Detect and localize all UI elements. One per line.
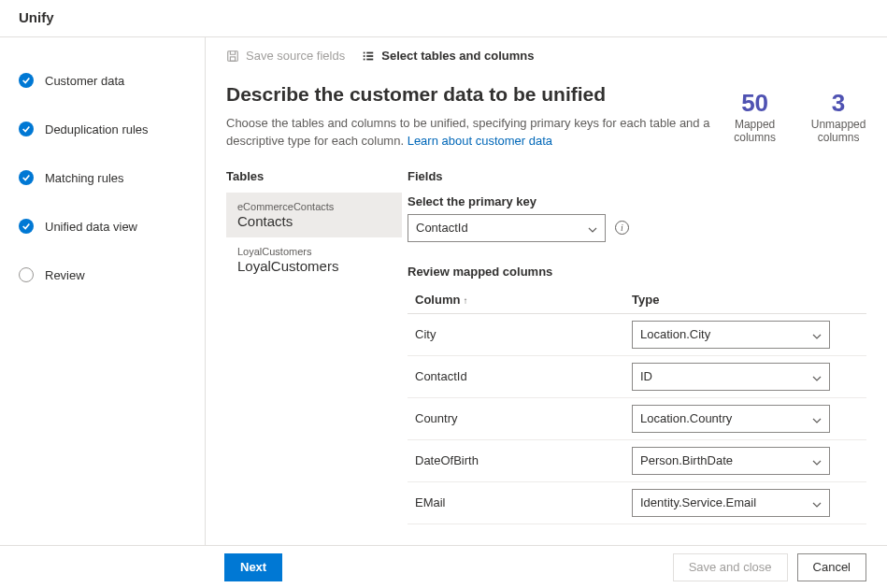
svg-rect-1 — [230, 56, 235, 60]
column-row: EMailIdentity.Service.Email — [408, 482, 866, 524]
table-name: LoyalCustomers — [237, 258, 391, 274]
stat-unmapped: 3 Unmapped columns — [810, 89, 866, 151]
save-and-close-button: Save and close — [673, 553, 788, 581]
column-name: Country — [408, 411, 622, 425]
check-icon — [19, 122, 34, 136]
table-item-0[interactable]: eCommerceContactsContacts — [226, 193, 402, 237]
svg-rect-2 — [364, 51, 365, 53]
type-select[interactable]: Identity.Service.Email — [632, 489, 830, 517]
main-pane: Save source fields Select tables and col… — [206, 37, 887, 547]
svg-rect-7 — [366, 58, 373, 60]
type-select[interactable]: Location.Country — [632, 405, 830, 433]
step-label: Customer data — [45, 74, 124, 88]
tab-label: Select tables and columns — [381, 49, 534, 63]
sort-asc-icon: ↑ — [463, 295, 467, 306]
next-button[interactable]: Next — [224, 553, 282, 581]
tab-save-source-fields: Save source fields — [226, 49, 345, 63]
wizard-step-3[interactable]: Unified data view — [19, 219, 205, 234]
select-value: Location.Country — [640, 411, 732, 425]
save-icon — [226, 50, 239, 63]
top-tabs: Save source fields Select tables and col… — [206, 37, 887, 70]
pk-label: Select the primary key — [408, 194, 866, 208]
column-row: ContactIdID — [408, 356, 866, 398]
wizard-step-1[interactable]: Deduplication rules — [19, 122, 205, 136]
step-label: Matching rules — [45, 171, 124, 185]
fields-heading: Fields — [408, 169, 866, 193]
select-value: Location.City — [640, 327, 710, 341]
step-label: Deduplication rules — [45, 122, 149, 136]
stat-label: Mapped columns — [731, 118, 779, 144]
learn-link[interactable]: Learn about customer data — [408, 134, 552, 148]
table-source: eCommerceContacts — [237, 201, 391, 212]
wizard-step-0[interactable]: Customer data — [19, 73, 205, 88]
type-select[interactable]: ID — [632, 363, 830, 391]
tables-heading: Tables — [226, 169, 408, 193]
hero: Describe the customer data to be unified… — [206, 70, 887, 156]
svg-rect-3 — [366, 51, 373, 53]
column-row: CountryLocation.Country — [408, 398, 866, 440]
column-header-type[interactable]: Type — [632, 293, 866, 307]
circle-icon — [19, 267, 34, 282]
footer: Next Save and close Cancel — [0, 545, 887, 588]
chevron-down-icon — [812, 498, 822, 508]
svg-rect-5 — [366, 55, 373, 57]
column-name: City — [408, 327, 622, 341]
wizard-sidebar: Customer dataDeduplication rulesMatching… — [0, 37, 206, 547]
table-name: Contacts — [237, 213, 391, 229]
chevron-down-icon — [812, 330, 822, 339]
select-value: ContactId — [416, 221, 468, 235]
list-icon — [362, 50, 375, 63]
review-mapped-heading: Review mapped columns — [408, 265, 866, 279]
stat-value: 50 — [731, 89, 779, 118]
step-label: Unified data view — [45, 220, 137, 234]
page-title: Unify — [0, 0, 887, 37]
chevron-down-icon — [812, 456, 822, 466]
tab-label: Save source fields — [246, 49, 345, 63]
select-value: ID — [640, 369, 652, 383]
column-row: DateOfBirthPerson.BirthDate — [408, 440, 866, 482]
wizard-step-2[interactable]: Matching rules — [19, 170, 205, 185]
wizard-step-4[interactable]: Review — [19, 267, 205, 282]
column-name: DateOfBirth — [408, 453, 622, 467]
type-select[interactable]: Person.BirthDate — [632, 447, 830, 475]
info-icon[interactable]: i — [615, 221, 629, 235]
check-icon — [19, 219, 34, 234]
select-value: Person.BirthDate — [640, 453, 733, 467]
type-select[interactable]: Location.City — [632, 321, 830, 349]
column-name: EMail — [408, 495, 622, 509]
column-row: CityLocation.City — [408, 314, 866, 356]
svg-rect-0 — [228, 50, 238, 61]
svg-rect-4 — [364, 55, 365, 57]
select-value: Identity.Service.Email — [640, 495, 756, 509]
stat-value: 3 — [810, 89, 866, 118]
table-source: LoyalCustomers — [237, 246, 391, 257]
hero-title: Describe the customer data to be unified — [226, 83, 712, 106]
column-header-name[interactable]: Column↑ — [408, 293, 622, 307]
tab-select-tables[interactable]: Select tables and columns — [362, 49, 534, 63]
stat-mapped: 50 Mapped columns — [731, 89, 779, 151]
check-icon — [19, 73, 34, 88]
chevron-down-icon — [812, 372, 822, 381]
step-label: Review — [45, 268, 85, 282]
cancel-button[interactable]: Cancel — [797, 553, 866, 581]
chevron-down-icon — [588, 223, 597, 233]
stat-label: Unmapped columns — [810, 118, 866, 144]
svg-rect-6 — [364, 58, 365, 60]
columns-header: Column↑ Type — [408, 286, 866, 314]
check-icon — [19, 170, 34, 185]
primary-key-select[interactable]: ContactId — [408, 214, 606, 242]
table-item-1[interactable]: LoyalCustomersLoyalCustomers — [226, 237, 402, 282]
column-name: ContactId — [408, 369, 622, 383]
hero-desc: Choose the tables and columns to be unif… — [226, 115, 712, 151]
chevron-down-icon — [812, 414, 822, 423]
stats: 50 Mapped columns 3 Unmapped columns — [731, 83, 866, 151]
